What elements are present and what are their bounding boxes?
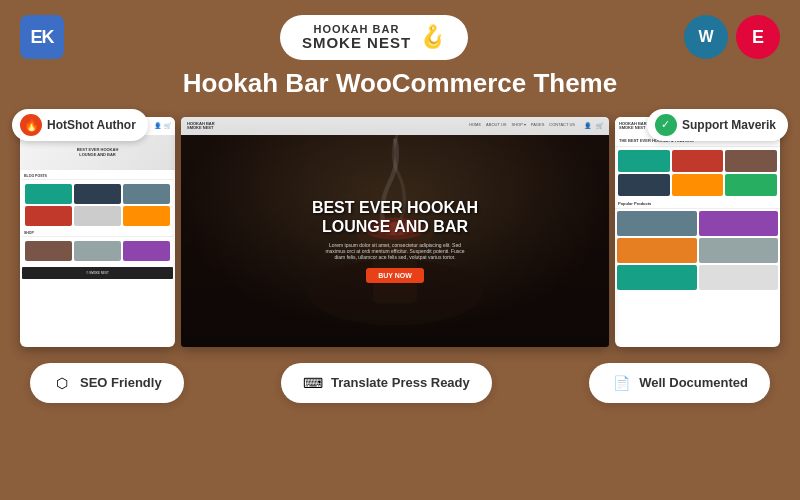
hotshot-badge: 🔥 HotShot Author — [12, 109, 148, 141]
platform-icons: W E — [684, 15, 780, 59]
features-row: ⬡ SEO Friendly ⌨ Translate Press Ready 📄… — [20, 363, 780, 403]
hotshot-label: HotShot Author — [47, 118, 136, 132]
product-cell-7 — [25, 241, 72, 261]
flame-icon: 🔥 — [20, 114, 42, 136]
more-cell-3 — [617, 238, 697, 263]
left-section-title: BLOG POSTS — [22, 172, 173, 180]
left-nav-icons: 👤 🛒 — [154, 122, 171, 129]
brand-bottom: SMOKE NEST — [302, 35, 411, 52]
center-hero-title: BEST EVER HOOKAH LOUNGE AND BAR — [312, 198, 478, 236]
product-cell-1 — [25, 184, 72, 204]
product-cell-6 — [123, 206, 170, 226]
left-footer: © SMOKE NEST — [22, 267, 173, 279]
elementor-icon: E — [736, 15, 780, 59]
seo-label: SEO Friendly — [80, 375, 162, 390]
support-label: Support Maverik — [682, 118, 776, 132]
left-hero-text: BEST EVER HOOKAHLOUNGE AND BAR — [77, 147, 119, 158]
main-title: Hookah Bar WooCommerce Theme — [183, 68, 617, 99]
product-cell-4 — [25, 206, 72, 226]
wordpress-icon: W — [684, 15, 728, 59]
more-cell-1 — [617, 211, 697, 236]
right-cell-4 — [618, 174, 670, 196]
screenshot-right: HOOKAH BARSMOKE NEST 👤🛒 THE BEST EVER HO… — [615, 117, 780, 347]
translate-badge: ⌨ Translate Press Ready — [281, 363, 492, 403]
right-cell-2 — [672, 150, 724, 172]
hookah-emoji: 🪝 — [419, 24, 446, 50]
buy-now-button[interactable]: BUY NOW — [366, 268, 424, 283]
docs-icon: 📄 — [611, 373, 631, 393]
product-cell-9 — [123, 241, 170, 261]
seo-badge: ⬡ SEO Friendly — [30, 363, 184, 403]
brand-logo: HOOKAH BAR SMOKE NEST 🪝 — [280, 15, 468, 60]
brand-logo-text: HOOKAH BAR SMOKE NEST — [302, 23, 411, 52]
right-cell-3 — [725, 150, 777, 172]
top-row: EK HOOKAH BAR SMOKE NEST 🪝 W E — [20, 15, 780, 60]
more-cell-6 — [699, 265, 779, 290]
right-cell-5 — [672, 174, 724, 196]
right-cell-6 — [725, 174, 777, 196]
seo-icon: ⬡ — [52, 373, 72, 393]
right-cell-1 — [618, 150, 670, 172]
ek-logo: EK — [20, 15, 64, 59]
screenshot-left: HOOKAH BARSMOKE NEST 👤 🛒 BEST EVER HOOKA… — [20, 117, 175, 347]
translate-icon: ⌨ — [303, 373, 323, 393]
center-overlay: BEST EVER HOOKAH LOUNGE AND BAR Lorem ip… — [181, 117, 609, 347]
support-badge: ✓ Support Maverik — [647, 109, 788, 141]
preview-section: 🔥 HotShot Author ✓ Support Maverik HOOKA… — [20, 107, 780, 347]
documented-label: Well Documented — [639, 375, 748, 390]
more-cell-4 — [699, 238, 779, 263]
center-hero-desc: Lorem ipsum dolor sit amet, consectetur … — [320, 242, 470, 260]
translate-label: Translate Press Ready — [331, 375, 470, 390]
left-section2-title: SHOP — [22, 229, 173, 237]
left-products: BLOG POSTS SHOP © SMOKE NEST — [20, 170, 175, 281]
more-cell-5 — [617, 265, 697, 290]
product-cell-8 — [74, 241, 121, 261]
page-container: EK HOOKAH BAR SMOKE NEST 🪝 W E Hookah Ba… — [0, 0, 800, 500]
right-products-more — [615, 209, 780, 292]
documented-badge: 📄 Well Documented — [589, 363, 770, 403]
left-grid — [22, 181, 173, 229]
left-grid-2 — [22, 238, 173, 264]
product-cell-5 — [74, 206, 121, 226]
popular-products-title: Popular Products — [615, 199, 780, 209]
ek-label: EK — [30, 27, 53, 48]
right-nav-logo: HOOKAH BARSMOKE NEST — [619, 122, 647, 130]
shield-icon: ✓ — [655, 114, 677, 136]
more-cell-2 — [699, 211, 779, 236]
product-cell-2 — [74, 184, 121, 204]
screenshot-center: HOOKAH BARSMOKE NEST HOME ABOUT US SHOP … — [181, 117, 609, 347]
product-cell-3 — [123, 184, 170, 204]
right-products-grid — [615, 147, 780, 199]
